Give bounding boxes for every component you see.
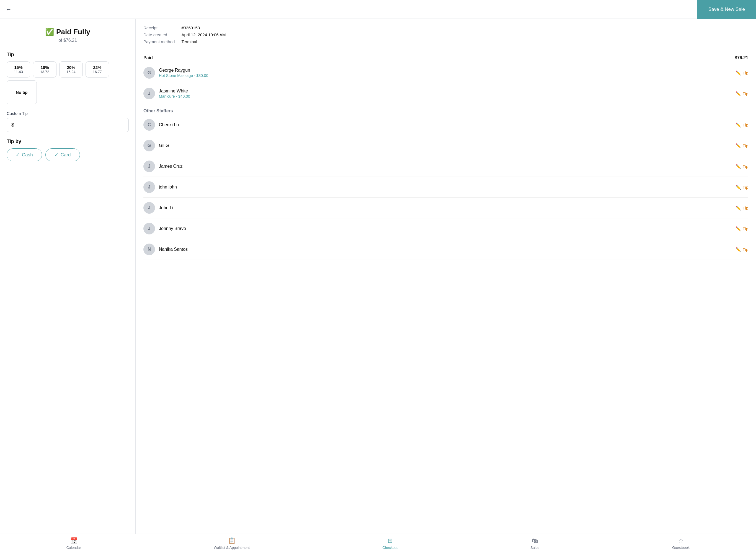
right-panel: Receipt #3369153 Date created April 12, … [136, 19, 756, 534]
dollar-sign: $ [11, 122, 14, 128]
tip-by-section: Tip by ✓ Cash ✓ Card [7, 139, 129, 161]
tip-notip-button[interactable]: No tip [7, 80, 37, 104]
nav-item-guestbook[interactable]: ☆ Guestbook [667, 535, 695, 552]
tip-button-johnny[interactable]: ✏️ Tip [736, 226, 748, 231]
nav-label-sales: Sales [530, 546, 539, 550]
staffer-service-george: Hot Stone Massage - $30.00 [159, 73, 732, 78]
tip-section: Tip 15% 11.43 18% 13.72 20% 15.24 22% 16… [7, 52, 129, 104]
staffer-info-james: James Cruz [159, 164, 732, 169]
tip-button-george[interactable]: ✏️ Tip [736, 70, 748, 76]
avatar-johnli: J [143, 202, 155, 214]
tip-15-button[interactable]: 15% 11.43 [7, 62, 30, 78]
nav-label-checkout: Checkout [382, 546, 397, 550]
staffer-info-nanika: Nanika Santos [159, 247, 732, 252]
pencil-icon: ✏️ [736, 122, 741, 128]
payment-method-key: Payment method [143, 39, 175, 44]
avatar-johnjohn: J [143, 181, 155, 193]
tip-button-johnjohn[interactable]: ✏️ Tip [736, 184, 748, 190]
tip-button-gil[interactable]: ✏️ Tip [736, 143, 748, 148]
paid-total: $76.21 [735, 55, 748, 60]
avatar-chenxi: C [143, 119, 155, 131]
list-item: J James Cruz ✏️ Tip [143, 156, 748, 177]
nav-item-checkout[interactable]: ⊞ Checkout [377, 535, 403, 552]
nav-item-sales[interactable]: 🛍 Sales [525, 535, 545, 552]
nav-label-calendar: Calendar [66, 546, 81, 550]
receipt-info: Receipt #3369153 Date created April 12, … [143, 25, 748, 44]
paid-fully-title: Paid Fully [56, 28, 90, 36]
custom-tip-section: Custom Tip $ [7, 111, 129, 132]
tip-22-button[interactable]: 22% 16.77 [85, 62, 109, 78]
avatar-jasmine: J [143, 88, 155, 99]
receipt-key: Receipt [143, 25, 175, 30]
staffer-info-jasmine: Jasmine White Manicure - $40.00 [159, 89, 732, 98]
custom-tip-input[interactable] [16, 122, 124, 128]
card-check-icon: ✓ [55, 152, 58, 158]
nav-label-waitlist: Waitlist & Appointment [214, 546, 250, 550]
list-item: J john john ✏️ Tip [143, 177, 748, 198]
custom-tip-input-wrap[interactable]: $ [7, 118, 129, 132]
paid-amount-subtitle: of $76.21 [7, 38, 129, 43]
calendar-icon: 📅 [70, 537, 78, 544]
bottom-nav: 📅 Calendar 📋 Waitlist & Appointment ⊞ Ch… [0, 534, 756, 553]
paid-label: Paid [143, 55, 153, 60]
list-item: C Chenxi Lu ✏️ Tip [143, 114, 748, 135]
date-created-value: April 12, 2024 10:06 AM [181, 32, 748, 37]
staffer-service-jasmine: Manicure - $40.00 [159, 94, 732, 98]
save-new-sale-button[interactable]: Save & New Sale [697, 0, 756, 19]
staffer-info-george: George Raygun Hot Stone Massage - $30.00 [159, 68, 732, 78]
tip-by-card-button[interactable]: ✓ Card [46, 148, 80, 161]
avatar-james: J [143, 161, 155, 172]
pencil-icon: ✏️ [736, 226, 741, 231]
payment-method-value: Terminal [181, 39, 748, 44]
tip-by-buttons: ✓ Cash ✓ Card [7, 148, 129, 161]
tip-by-cash-button[interactable]: ✓ Cash [7, 148, 42, 161]
tip-by-label: Tip by [7, 139, 129, 145]
list-item: N Nanika Santos ✏️ Tip [143, 239, 748, 260]
receipt-number: #3369153 [181, 25, 748, 30]
avatar-gil: G [143, 140, 155, 151]
tip-button-nanika[interactable]: ✏️ Tip [736, 247, 748, 252]
pencil-icon-jasmine: ✏️ [736, 91, 741, 96]
staffer-info-gil: Gil G [159, 143, 732, 148]
tip-button-james[interactable]: ✏️ Tip [736, 164, 748, 169]
pencil-icon-george: ✏️ [736, 70, 741, 76]
tip-label: Tip [7, 52, 129, 58]
other-staffers-label: Other Staffers [143, 108, 748, 113]
avatar-george: G [143, 67, 155, 79]
custom-tip-label: Custom Tip [7, 111, 129, 116]
staffer-info-johnjohn: john john [159, 184, 732, 189]
nav-item-waitlist[interactable]: 📋 Waitlist & Appointment [208, 535, 255, 552]
staffer-name-george: George Raygun [159, 68, 732, 73]
paid-fully-section: ✅ Paid Fully of $76.21 [7, 28, 129, 43]
tip-button-jasmine[interactable]: ✏️ Tip [736, 91, 748, 96]
pencil-icon: ✏️ [736, 206, 741, 211]
pencil-icon: ✏️ [736, 143, 741, 148]
staffer-name-jasmine: Jasmine White [159, 89, 732, 93]
other-staffers-list: C Chenxi Lu ✏️ Tip G Gil G ✏️ Tip [143, 114, 748, 260]
tip-button-johnli[interactable]: ✏️ Tip [736, 206, 748, 211]
guestbook-icon: ☆ [678, 537, 684, 544]
staffer-row: G George Raygun Hot Stone Massage - $30.… [143, 63, 748, 83]
staffer-info-johnli: John Li [159, 206, 732, 210]
paid-check-icon: ✅ [45, 28, 54, 36]
staffers-list: G George Raygun Hot Stone Massage - $30.… [143, 63, 748, 104]
tip-buttons-group: 15% 11.43 18% 13.72 20% 15.24 22% 16.77 … [7, 62, 129, 104]
list-item: J Johnny Bravo ✏️ Tip [143, 218, 748, 239]
tip-20-button[interactable]: 20% 15.24 [59, 62, 83, 78]
back-button[interactable]: ← [0, 2, 17, 16]
staffer-info-johnny: Johnny Bravo [159, 226, 732, 231]
avatar-nanika: N [143, 244, 155, 255]
list-item: J John Li ✏️ Tip [143, 198, 748, 218]
nav-item-calendar[interactable]: 📅 Calendar [61, 535, 87, 552]
back-icon: ← [6, 6, 12, 13]
staffer-row: J Jasmine White Manicure - $40.00 ✏️ Tip [143, 83, 748, 104]
list-item: G Gil G ✏️ Tip [143, 135, 748, 156]
date-created-key: Date created [143, 32, 175, 37]
nav-label-guestbook: Guestbook [672, 546, 690, 550]
cash-check-icon: ✓ [16, 152, 20, 158]
tip-18-button[interactable]: 18% 13.72 [33, 62, 57, 78]
tip-button-chenxi[interactable]: ✏️ Tip [736, 122, 748, 128]
checkout-icon: ⊞ [388, 537, 392, 544]
pencil-icon: ✏️ [736, 184, 741, 190]
sales-icon: 🛍 [532, 537, 538, 544]
